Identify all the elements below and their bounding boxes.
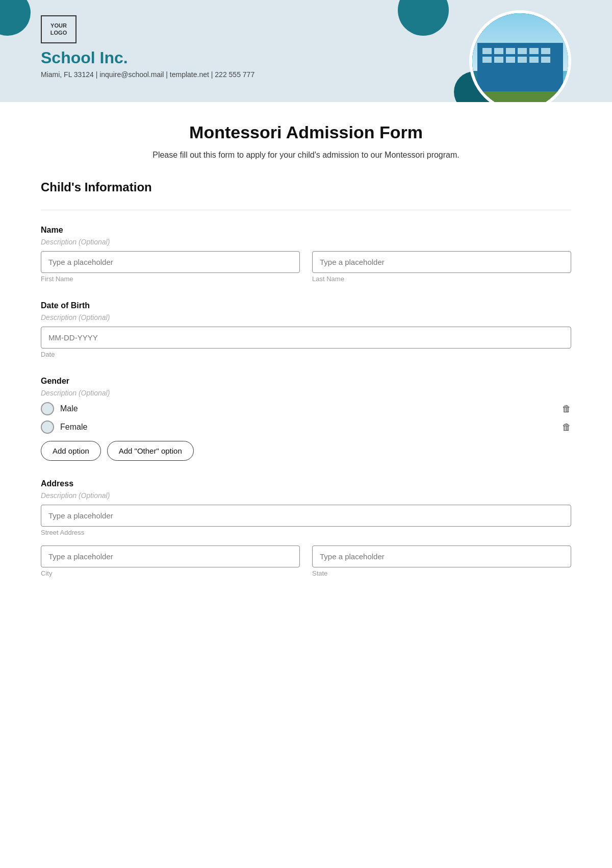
gender-option-female: Female 🗑 bbox=[41, 420, 571, 434]
school-photo bbox=[469, 10, 571, 102]
dob-input[interactable] bbox=[41, 327, 571, 349]
radio-male[interactable] bbox=[41, 402, 54, 415]
last-name-col: Last Name bbox=[312, 251, 571, 283]
state-col: State bbox=[312, 545, 571, 577]
name-field-group: Name Description (Optional) First Name L… bbox=[41, 226, 571, 283]
city-input[interactable] bbox=[41, 545, 300, 567]
street-address-row: Street Address bbox=[41, 505, 571, 536]
gender-field-label: Gender bbox=[41, 377, 571, 386]
first-name-label: First Name bbox=[41, 275, 300, 283]
form-subtitle: Please fill out this form to apply for y… bbox=[41, 151, 571, 160]
main-content: Montessori Admission Form Please fill ou… bbox=[0, 102, 612, 626]
street-sub-label: Street Address bbox=[41, 529, 571, 536]
city-state-row: City State bbox=[41, 545, 571, 577]
add-option-button[interactable]: Add option bbox=[41, 441, 101, 461]
section-child-info: Child's Information bbox=[41, 180, 571, 194]
gender-option-male: Male 🗑 bbox=[41, 402, 571, 415]
section-divider bbox=[41, 210, 571, 210]
state-input[interactable] bbox=[312, 545, 571, 567]
add-option-row: Add option Add "Other" option bbox=[41, 441, 571, 461]
name-inputs-row: First Name Last Name bbox=[41, 251, 571, 283]
first-name-input[interactable] bbox=[41, 251, 300, 273]
address-field-label: Address bbox=[41, 479, 571, 488]
dob-field-description: Description (Optional) bbox=[41, 313, 571, 321]
first-name-col: First Name bbox=[41, 251, 300, 283]
dob-sub-label: Date bbox=[41, 351, 571, 358]
delete-female-icon[interactable]: 🗑 bbox=[562, 422, 571, 433]
radio-female[interactable] bbox=[41, 420, 54, 434]
name-field-label: Name bbox=[41, 226, 571, 235]
school-photo-image bbox=[472, 13, 568, 102]
gender-male-left: Male bbox=[41, 402, 78, 415]
last-name-label: Last Name bbox=[312, 275, 571, 283]
form-title: Montessori Admission Form bbox=[41, 122, 571, 142]
address-field-group: Address Description (Optional) Street Ad… bbox=[41, 479, 571, 577]
gender-field-group: Gender Description (Optional) Male 🗑 Fem… bbox=[41, 377, 571, 461]
gender-field-description: Description (Optional) bbox=[41, 389, 571, 397]
gender-male-label: Male bbox=[60, 404, 78, 413]
delete-male-icon[interactable]: 🗑 bbox=[562, 404, 571, 414]
name-field-description: Description (Optional) bbox=[41, 238, 571, 246]
street-address-input[interactable] bbox=[41, 505, 571, 527]
dob-field-label: Date of Birth bbox=[41, 301, 571, 310]
add-other-option-button[interactable]: Add "Other" option bbox=[107, 441, 194, 461]
state-sub-label: State bbox=[312, 569, 571, 577]
logo: YOUR LOGO bbox=[41, 15, 76, 43]
page-header: YOUR LOGO School Inc. Miami, FL 33124 | … bbox=[0, 0, 612, 102]
deco-circle-top-left bbox=[0, 0, 31, 36]
gender-female-left: Female bbox=[41, 420, 87, 434]
gender-female-label: Female bbox=[60, 423, 87, 432]
city-sub-label: City bbox=[41, 569, 300, 577]
dob-field-group: Date of Birth Description (Optional) Dat… bbox=[41, 301, 571, 358]
address-field-description: Description (Optional) bbox=[41, 491, 571, 500]
city-col: City bbox=[41, 545, 300, 577]
last-name-input[interactable] bbox=[312, 251, 571, 273]
